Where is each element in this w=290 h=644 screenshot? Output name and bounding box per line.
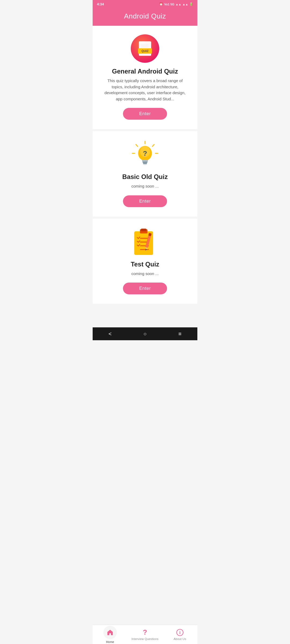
system-nav-bar: < ○ ≡ <box>93 327 197 340</box>
basic-quiz-enter-button[interactable]: Enter <box>123 195 167 207</box>
general-android-quiz-card: QUIZ General Android Quiz This quiz typi… <box>93 26 197 129</box>
svg-text:?: ? <box>143 150 147 157</box>
app-header: Android Quiz <box>93 8 197 26</box>
general-quiz-enter-button[interactable]: Enter <box>123 108 167 120</box>
general-quiz-description: This quiz typically covers a broad range… <box>102 78 188 102</box>
svg-rect-21 <box>141 229 146 231</box>
app-title: Android Quiz <box>124 12 166 20</box>
svg-point-18 <box>143 164 147 165</box>
test-quiz-description: coming soon ... <box>131 271 159 277</box>
status-time: 4:34 <box>97 2 104 6</box>
test-quiz-enter-button[interactable]: Enter <box>123 283 167 294</box>
menu-button[interactable]: ≡ <box>178 331 182 337</box>
status-icons: ⏰ Vo1 5G ▲▲ ▲▲ 🔋 <box>159 2 193 6</box>
clipboard-icon <box>130 227 160 256</box>
lightbulb-icon: ? <box>130 139 160 169</box>
back-button[interactable]: < <box>108 331 112 337</box>
signal2-icon: ▲▲ <box>182 3 188 6</box>
network-icon: Vo1 <box>164 3 169 6</box>
alarm-icon: ⏰ <box>159 2 163 6</box>
test-quiz-title: Test Quiz <box>131 261 159 268</box>
battery-icon: 🔋 <box>189 2 193 6</box>
basic-old-quiz-card: ? Basic Old Quiz coming soon ... Enter <box>93 131 197 217</box>
quiz-icon: QUIZ <box>130 34 160 63</box>
basic-quiz-title: Basic Old Quiz <box>122 173 168 181</box>
svg-line-8 <box>136 144 137 146</box>
svg-text:QUIZ: QUIZ <box>142 49 149 53</box>
svg-rect-2 <box>139 41 145 43</box>
test-quiz-card: Test Quiz coming soon ... Enter <box>93 219 197 304</box>
status-bar: 4:34 ⏰ Vo1 5G ▲▲ ▲▲ 🔋 <box>93 0 197 8</box>
network-5g-icon: 5G <box>171 3 175 6</box>
svg-line-10 <box>153 144 154 146</box>
main-scroll-area: QUIZ General Android Quiz This quiz typi… <box>93 26 197 327</box>
general-quiz-title: General Android Quiz <box>112 68 178 75</box>
basic-quiz-description: coming soon ... <box>131 183 159 189</box>
home-button[interactable]: ○ <box>143 331 147 337</box>
svg-rect-15 <box>142 160 148 162</box>
signal-icon: ▲▲ <box>175 3 181 6</box>
